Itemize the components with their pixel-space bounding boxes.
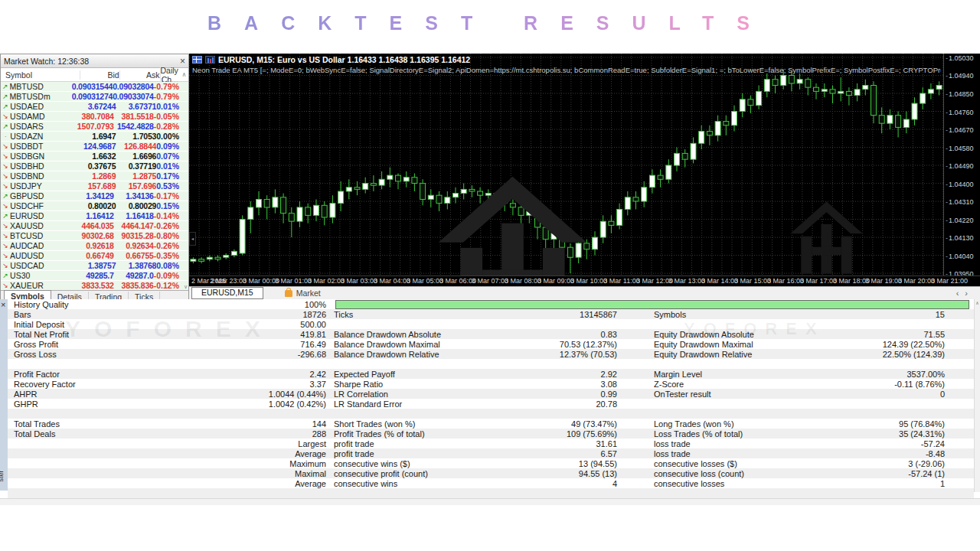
market-row[interactable]: ↘USDCAD1.387571.387680.08% xyxy=(1,261,188,271)
chart-plot-area[interactable]: EURUSD, M15: Euro vs US Dollar 1.16433 1… xyxy=(189,54,943,276)
table-row: History Quality100% xyxy=(8,299,974,309)
tab-scroll-arrows[interactable]: ‹› xyxy=(956,289,974,298)
price-tick-label: 1.04130 xyxy=(946,234,974,242)
market-row[interactable]: ↘USDAMD380.7084381.5518-0.05% xyxy=(1,112,188,122)
ask-value: 1.34136 xyxy=(114,191,154,201)
market-row[interactable]: ↘USDBDT124.9687126.88440.09% xyxy=(1,142,188,152)
symbol-name: AUDUSD xyxy=(10,251,75,260)
time-tick-label: 3 Mar 15:00 xyxy=(734,277,771,285)
price-tick-label: 1.04760 xyxy=(946,109,974,116)
scroll-up-icon[interactable]: ∧ xyxy=(975,299,980,307)
close-icon[interactable]: × xyxy=(180,57,185,65)
price-axis[interactable]: 1.050301.049401.048501.047601.046701.045… xyxy=(943,54,980,276)
market-row[interactable]: ↘XAUUSD4464.0354464.147-0.26% xyxy=(1,221,188,231)
stat-label: loss trade xyxy=(622,449,691,458)
market-row[interactable]: ↗MBTUSDm0.090312740.09033074-0.79% xyxy=(1,92,188,102)
candlestick-chart-icon xyxy=(205,56,215,64)
stat-value: 3.08 xyxy=(383,380,622,389)
chart-scroll-left-marker[interactable]: ◂ xyxy=(189,232,196,246)
market-row[interactable]: ↘BTCUSD90302.6890315.28-0.80% xyxy=(1,231,188,241)
market-watch-icon xyxy=(192,56,202,64)
time-tick-label: 3 Mar 14:00 xyxy=(701,277,738,285)
daily-change-value: -0.26% xyxy=(154,221,188,230)
time-tick-label: 2 Mar 23:00 xyxy=(210,277,247,285)
market-row[interactable]: ·USDAZN1.69471.70530.00% xyxy=(1,132,188,142)
table-row: Maximumconsecutive wins ($)13 (94.55)con… xyxy=(8,458,974,468)
market-row[interactable]: ↘AUDUSD0.667490.66755-0.35% xyxy=(1,251,188,261)
daily-change-value: -0.28% xyxy=(154,122,188,131)
trend-up-icon: ↗ xyxy=(1,93,10,100)
market-row[interactable]: ↗EURUSD1.164121.16418-0.14% xyxy=(1,211,188,221)
column-daily-change[interactable]: Daily Ch... xyxy=(160,66,180,84)
scroll-up-icon[interactable]: ∧ xyxy=(180,71,188,78)
ea-parameters-line: Neon Trade EA MT5 [=; ModeE=0; bWebSyncE… xyxy=(192,66,941,74)
table-row: Largestprofit trade31.61loss trade-57.24 xyxy=(8,439,974,448)
stat-value: 124.39 (22.50%) xyxy=(753,340,945,349)
time-tick-label: 3 Mar 03:00 xyxy=(341,277,377,285)
trend-down-icon: ↘ xyxy=(1,262,10,269)
ask-value: 126.8844 xyxy=(116,142,156,151)
stat-label: Gross Loss xyxy=(8,350,57,359)
price-tick-label: 1.04490 xyxy=(946,162,974,170)
stat-label: Sharpe Ratio xyxy=(329,380,383,389)
stat-value: Largest xyxy=(14,439,329,448)
history-quality-progress-bar xyxy=(335,300,969,309)
ask-value: 49287.0 xyxy=(114,271,154,280)
market-row[interactable]: ↘USDBGN1.66321.66960.07% xyxy=(1,152,188,161)
market-row[interactable]: ↘XAUEUR3833.5323835.836-0.12% xyxy=(1,281,188,290)
ask-value: 0.37719 xyxy=(116,161,156,171)
market-row[interactable]: ↘USDBHD0.376750.377190.01% xyxy=(1,161,188,171)
market-row[interactable]: ↗US3049285.749287.0-0.09% xyxy=(1,271,188,281)
trend-up-icon: ↗ xyxy=(1,103,10,110)
stat-value: 15 xyxy=(686,310,945,319)
tab-eurusd-m15[interactable]: EURUSD,M15 xyxy=(191,287,263,299)
market-row[interactable]: ↗GBPUSD1.341291.34136-0.17% xyxy=(1,191,188,201)
bid-value: 1.6632 xyxy=(76,152,116,161)
stat-value: 70.53 (12.37%) xyxy=(440,340,622,349)
stat-label: Total Net Profit xyxy=(8,330,69,339)
time-axis[interactable]: 2 Mar 20252 Mar 23:003 Mar 00:003 Mar 01… xyxy=(189,276,980,286)
table-row: AHPR1.0044 (0.44%)LR Correlation0.99OnTe… xyxy=(8,389,974,399)
market-row[interactable]: ↗USDARS1507.07931542.4828-0.28% xyxy=(1,122,188,132)
stat-label: Total Deals xyxy=(8,429,55,439)
table-row: Recovery Factor3.37Sharpe Ratio3.08Z-Sco… xyxy=(8,379,974,389)
market-row[interactable]: ↘USDJPY157.689157.6960.53% xyxy=(1,181,188,191)
stat-value: -57.24 (1) xyxy=(744,469,945,478)
market-row[interactable]: ↗USDAED3.672443.673710.01% xyxy=(1,102,188,112)
market-row[interactable]: ↗MBTUSD0.090315440.09032804-0.79% xyxy=(1,82,188,92)
bid-value: 1.6947 xyxy=(76,132,116,141)
daily-change-value: -0.35% xyxy=(154,251,188,260)
tester-scrollbar[interactable]: ∧ xyxy=(974,299,980,492)
stat-value: 20.78 xyxy=(402,399,622,409)
stat-value: 100% xyxy=(69,300,329,309)
stat-value: 18726 xyxy=(31,310,329,319)
stat-label: History Quality xyxy=(8,300,69,309)
stat-label: AHPR xyxy=(8,390,38,399)
bid-value: 4464.035 xyxy=(75,221,114,230)
table-row: Total Trades144Short Trades (won %)49 (7… xyxy=(8,419,974,429)
bid-value: 0.09031274 xyxy=(72,92,113,101)
symbol-name: USDAMD xyxy=(10,112,75,121)
trend-down-icon: ↘ xyxy=(1,252,10,259)
stat-value: -296.68 xyxy=(57,350,329,359)
market-row[interactable]: ↘AUDCAD0.926180.92634-0.26% xyxy=(1,241,188,251)
stat-label: Profit Factor xyxy=(8,370,60,379)
market-row[interactable]: ↘USDBND1.28691.28750.17% xyxy=(1,171,188,181)
price-tick-label: 1.04850 xyxy=(946,90,974,98)
column-ask[interactable]: Ask xyxy=(119,70,160,80)
tab-market[interactable]: Market xyxy=(285,289,321,298)
scroll-down-icon[interactable]: ∨ xyxy=(184,284,188,290)
horizontal-scrollbar[interactable] xyxy=(0,498,980,505)
time-tick-label: 3 Mar 06:00 xyxy=(439,277,476,285)
stat-label: Recovery Factor xyxy=(8,380,76,389)
trend-down-icon: ↘ xyxy=(1,142,10,150)
ask-value: 0.09032804 xyxy=(113,82,153,91)
stat-label: consecutive wins xyxy=(329,479,397,488)
stat-label: Balance Drawdown Maximal xyxy=(329,340,440,349)
column-symbol[interactable]: Symbol xyxy=(1,70,80,80)
column-bid[interactable]: Bid xyxy=(80,70,119,80)
market-row[interactable]: ↘USDCHF0.800200.800290.15% xyxy=(1,201,188,211)
stat-value: 3 (-29.06) xyxy=(737,459,945,468)
close-icon[interactable]: × xyxy=(1,300,5,309)
daily-change-value: 0.08% xyxy=(156,261,188,270)
